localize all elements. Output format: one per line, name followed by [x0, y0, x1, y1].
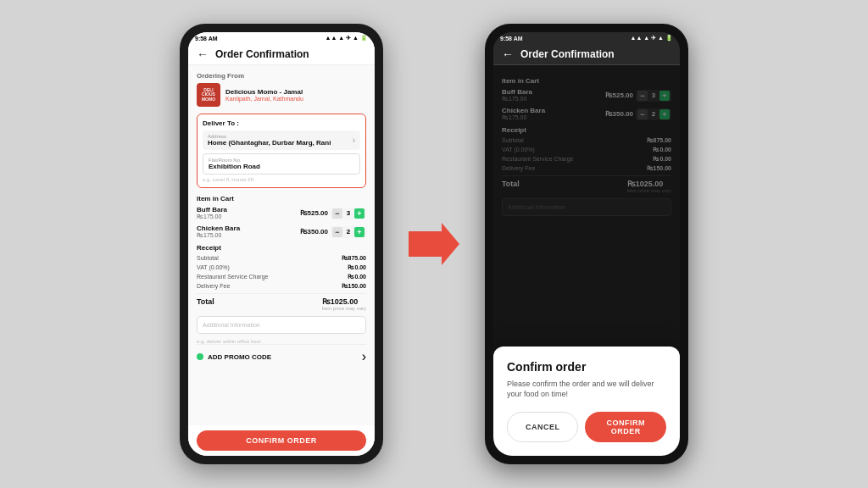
arrow-container — [409, 223, 459, 265]
item-total-buff: ₨525.00 — [300, 209, 328, 217]
restaurant-logo: DELICIOUSMOMO — [197, 83, 220, 107]
item-price-buff: ₨175.00 — [197, 214, 227, 220]
item-name-chicken: Chicken Bara — [197, 225, 240, 232]
right-arrow-icon — [409, 223, 459, 265]
total-note: Item price may vary — [322, 306, 366, 311]
item-name-buff: Buff Bara — [197, 206, 227, 214]
qty-minus-buff[interactable]: − — [332, 208, 342, 219]
page-title-1: Order Confirmation — [215, 48, 309, 60]
page-title-2: Order Confirmation — [520, 48, 615, 60]
screen-content-1: Ordering From DELICIOUSMOMO Delicious Mo… — [188, 65, 375, 425]
phone-2: 9:58 AM ▲▲ ▲ ✈ ▲ 🔋 ← Order Confirmation … — [485, 24, 688, 464]
app-header-2: ← Order Confirmation — [493, 44, 680, 65]
screen-content-2: Item in Cart Buff Bara ₨175.00 ₨525.00 −… — [493, 65, 680, 456]
qty-val-buff: 3 — [344, 209, 353, 217]
restaurant-address: Kantipath, Jamal, Kathmandu — [225, 96, 303, 102]
cancel-button[interactable]: CANCEL — [507, 412, 578, 442]
time-1: 9:58 AM — [195, 36, 218, 42]
back-button-1[interactable]: ← — [197, 47, 209, 61]
flat-hint: e.g. Level 8, House 68 — [203, 177, 360, 182]
cart-item-buff-bara: Buff Bara ₨175.00 ₨525.00 − 3 + — [197, 206, 366, 220]
qty-control-buff: − 3 + — [331, 208, 366, 219]
promo-row[interactable]: ADD PROMO CODE › — [197, 344, 366, 369]
back-button-2[interactable]: ← — [502, 47, 514, 61]
status-icons-2: ▲▲ ▲ ✈ ▲ 🔋 — [631, 35, 674, 42]
qty-plus-buff[interactable]: + — [354, 208, 364, 219]
receipt-vat: VAT (0.00%) ₨0.00 — [197, 264, 366, 271]
confirm-order-button-2[interactable]: CONFIRM ORDER — [585, 412, 666, 442]
qty-val-chicken: 2 — [344, 228, 353, 236]
phone-1: 9:58 AM ▲▲ ▲ ✈ ▲ 🔋 ← Order Confirmation … — [180, 24, 383, 464]
restaurant-name: Delicious Momo - Jamal — [225, 88, 303, 96]
confirm-order-button-1[interactable]: CONFIRM ORDER — [197, 430, 366, 451]
cart-label-1: Item in Cart — [197, 195, 366, 202]
receipt-label-1: Receipt — [197, 244, 366, 252]
restaurant-info: Delicious Momo - Jamal Kantipath, Jamal,… — [225, 88, 303, 102]
status-icons-1: ▲▲ ▲ ✈ ▲ 🔋 — [326, 35, 369, 42]
deliver-to-title: Deliver To : — [203, 119, 360, 127]
additional-info-field[interactable]: Additional Information — [197, 316, 366, 334]
phone-1-screen: 9:58 AM ▲▲ ▲ ✈ ▲ 🔋 ← Order Confirmation … — [188, 32, 375, 456]
app-container: 9:58 AM ▲▲ ▲ ✈ ▲ 🔋 ← Order Confirmation … — [0, 0, 868, 488]
address-field-value: Home (Ghantaghar, Durbar Marg, Rani — [208, 139, 331, 147]
receipt-service: Restaurant Service Charge ₨0.00 — [197, 274, 366, 280]
app-header-1: ← Order Confirmation — [188, 44, 375, 65]
flat-value: Exhibition Road — [209, 163, 354, 170]
dialog-title: Confirm order — [507, 360, 666, 374]
address-field[interactable]: Address Home (Ghantaghar, Durbar Marg, R… — [203, 130, 360, 150]
receipt-subtotal: Subtotal ₨875.00 — [197, 255, 366, 262]
receipt-delivery: Delivery Fee ₨150.00 — [197, 283, 366, 290]
confirm-dialog: Confirm order Please confirm the order a… — [493, 347, 680, 456]
promo-label: ADD PROMO CODE — [208, 353, 271, 361]
dialog-message: Please confirm the order and we will del… — [507, 379, 666, 400]
deliver-to-section: Deliver To : Address Home (Ghantaghar, D… — [197, 114, 366, 188]
item-price-chicken: ₨175.00 — [197, 232, 240, 239]
ordering-from-label: Ordering From — [197, 72, 366, 80]
chevron-right-promo-icon: › — [362, 349, 366, 364]
restaurant-row: DELICIOUSMOMO Delicious Momo - Jamal Kan… — [197, 83, 366, 107]
additional-info-placeholder: Additional Information — [203, 322, 360, 328]
cart-item-chicken-bara: Chicken Bara ₨175.00 ₨350.00 − 2 + — [197, 225, 366, 239]
flat-field[interactable]: Flat/Room No. Exhibition Road — [203, 153, 360, 175]
status-bar-2: 9:58 AM ▲▲ ▲ ✈ ▲ 🔋 — [493, 32, 680, 44]
qty-minus-chicken[interactable]: − — [332, 227, 342, 237]
receipt-total: Total ₨1025.00 Item price may vary — [197, 293, 366, 311]
status-bar-1: 9:58 AM ▲▲ ▲ ✈ ▲ 🔋 — [188, 32, 375, 44]
phone-2-screen: 9:58 AM ▲▲ ▲ ✈ ▲ 🔋 ← Order Confirmation … — [493, 32, 680, 456]
promo-dot-icon — [197, 353, 203, 360]
dialog-buttons: CANCEL CONFIRM ORDER — [507, 412, 666, 442]
dialog-overlay: Confirm order Please confirm the order a… — [493, 65, 680, 456]
qty-plus-chicken[interactable]: + — [354, 227, 364, 237]
qty-control-chicken: − 2 + — [331, 226, 366, 238]
time-2: 9:58 AM — [500, 36, 523, 42]
confirm-btn-bar-1: CONFIRM ORDER — [188, 425, 375, 456]
chevron-right-icon: › — [353, 136, 355, 145]
item-total-chicken: ₨350.00 — [300, 228, 328, 236]
